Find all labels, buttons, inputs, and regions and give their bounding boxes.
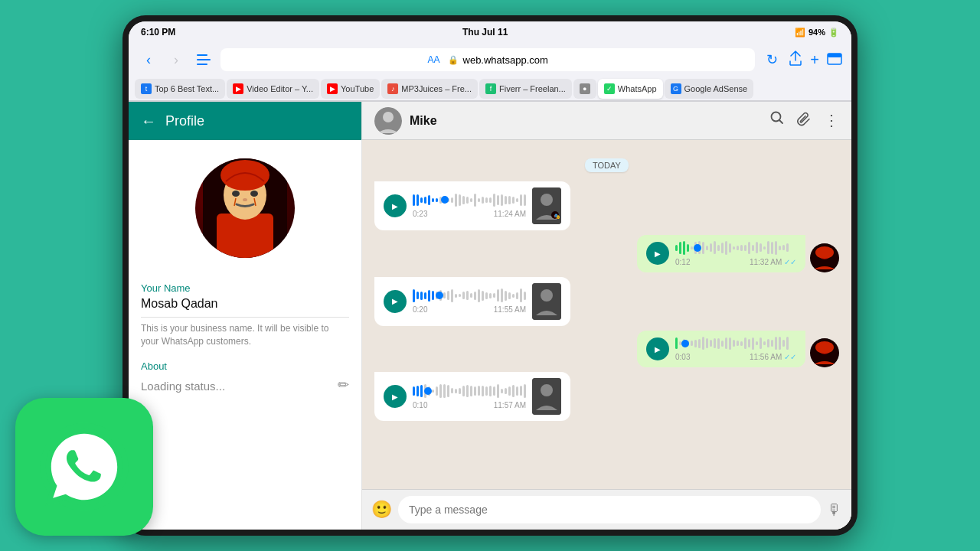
chat-input-area: 🙂 🎙 bbox=[362, 489, 851, 530]
waveform-1: 0:23 11:24 AM bbox=[413, 194, 526, 219]
tab-youtube[interactable]: ▶ YouTube bbox=[321, 79, 380, 99]
waveform-lines-5 bbox=[413, 384, 526, 398]
tab-top6[interactable]: t Top 6 Best Text... bbox=[135, 79, 225, 99]
tab-favicon-gray: ● bbox=[580, 83, 590, 94]
ipad-screen: 6:10 PM Thu Jul 11 📶 94% 🔋 ‹ › bbox=[129, 21, 851, 530]
tab-favicon-yt: ▶ bbox=[327, 83, 338, 94]
edit-about-button[interactable]: ✏ bbox=[338, 377, 349, 393]
profile-title-text: Profile bbox=[165, 113, 204, 129]
tab-favicon-top6: t bbox=[141, 83, 152, 94]
waveform-5: 0:10 11:57 AM bbox=[413, 384, 526, 409]
tab-adsense[interactable]: G Google AdSense bbox=[665, 79, 754, 99]
outgoing-avatar-2 bbox=[810, 243, 839, 272]
browser-chrome: ‹ › AA 🔒 web.whatsapp.com ↻ bbox=[129, 43, 851, 102]
tab-label-ve: Video Editor – Y... bbox=[247, 84, 313, 93]
browser-toolbar: ‹ › AA 🔒 web.whatsapp.com ↻ bbox=[129, 43, 851, 77]
battery-level: 94% bbox=[808, 28, 825, 37]
emoji-button[interactable]: 🙂 bbox=[371, 500, 392, 520]
tab-overview-button[interactable] bbox=[827, 51, 842, 69]
tab-favicon-mp3: ♪ bbox=[387, 83, 398, 94]
tab-fiverr[interactable]: f Fiverr – Freelan... bbox=[479, 79, 572, 99]
address-bar[interactable]: AA 🔒 web.whatsapp.com bbox=[220, 48, 755, 71]
reader-mode: AA bbox=[428, 54, 440, 65]
svg-point-18 bbox=[541, 194, 553, 206]
search-chat-button[interactable] bbox=[770, 111, 784, 130]
tab-mp3[interactable]: ♪ MP3Juices – Fre... bbox=[381, 79, 478, 99]
back-button[interactable]: ‹ bbox=[138, 49, 159, 70]
voice-thumbnail-3 bbox=[532, 283, 561, 320]
svg-rect-3 bbox=[197, 64, 207, 65]
main-content: ← Profile bbox=[129, 102, 851, 530]
svg-text:🎭: 🎭 bbox=[554, 213, 560, 220]
tab-videoeditor[interactable]: ▶ Video Editor – Y... bbox=[227, 79, 319, 99]
waveform-lines-3 bbox=[413, 289, 526, 302]
forward-button[interactable]: › bbox=[165, 49, 187, 70]
message-1: ▶ 0:23 11:24 AM bbox=[374, 181, 839, 230]
svg-rect-5 bbox=[828, 54, 841, 57]
svg-point-30 bbox=[541, 384, 553, 396]
tab-favicon-fv: f bbox=[485, 83, 496, 94]
waveform-lines-1 bbox=[413, 194, 526, 207]
battery-icon: 🔋 bbox=[828, 28, 839, 37]
play-button-2[interactable]: ▶ bbox=[646, 242, 669, 265]
waveform-lines-4 bbox=[675, 337, 796, 350]
outgoing-with-avatar-4: ▶ 0:03 11:56 AM ✓✓ bbox=[637, 331, 839, 368]
msg-wrapper-3: ▶ 0:20 11:55 AM bbox=[374, 277, 570, 326]
more-options-button[interactable]: ⋮ bbox=[824, 111, 839, 130]
message-5: ▶ 0:10 11:57 AM bbox=[374, 372, 839, 421]
svg-point-10 bbox=[220, 160, 270, 191]
play-button-5[interactable]: ▶ bbox=[384, 385, 407, 408]
profile-body: Your Name Mosab Qadan This is your busin… bbox=[129, 140, 361, 530]
message-3: ▶ 0:20 11:55 AM bbox=[374, 277, 839, 326]
svg-rect-7 bbox=[217, 214, 273, 258]
voice-thumbnail-5 bbox=[532, 378, 561, 415]
new-tab-button[interactable]: + bbox=[810, 51, 819, 69]
play-button-3[interactable]: ▶ bbox=[384, 290, 407, 313]
refresh-button[interactable]: ↻ bbox=[761, 49, 782, 70]
tab-gray[interactable]: ● bbox=[573, 79, 596, 99]
voice-thumbnail-1: 🎭 bbox=[532, 187, 561, 224]
svg-point-23 bbox=[815, 246, 834, 259]
msg-wrapper-5: ▶ 0:10 11:57 AM bbox=[374, 372, 570, 421]
tab-favicon-ads: G bbox=[671, 83, 681, 94]
waveform-3: 0:20 11:55 AM bbox=[413, 289, 526, 314]
date-divider: TODAY bbox=[374, 158, 839, 172]
play-button-1[interactable]: ▶ bbox=[384, 194, 407, 217]
msg-duration-1: 0:23 bbox=[413, 210, 427, 218]
status-date: Thu Jul 11 bbox=[462, 27, 508, 37]
attach-button[interactable] bbox=[796, 111, 812, 130]
msg-duration-3: 0:20 bbox=[413, 305, 427, 314]
avatar-inner bbox=[195, 158, 295, 258]
msg-wrapper-2: ▶ 0:12 11:32 AM ✓✓ bbox=[637, 235, 839, 272]
msg-meta-4: 0:03 11:56 AM ✓✓ bbox=[675, 353, 796, 361]
messages-area[interactable]: TODAY ▶ 0:23 11:24 AM bbox=[362, 140, 851, 489]
tab-label-ads: Google AdSense bbox=[684, 84, 748, 93]
share-button[interactable] bbox=[789, 51, 802, 70]
message-4: ▶ 0:03 11:56 AM ✓✓ bbox=[374, 331, 839, 368]
profile-back-button[interactable]: ← bbox=[141, 112, 156, 130]
url-text: web.whatsapp.com bbox=[463, 54, 548, 66]
avatar-section bbox=[141, 140, 349, 273]
about-label: About bbox=[141, 360, 167, 372]
play-button-4[interactable]: ▶ bbox=[646, 337, 669, 360]
svg-rect-1 bbox=[197, 54, 207, 56]
msg-time-5: 11:57 AM bbox=[494, 401, 526, 409]
svg-point-12 bbox=[250, 191, 258, 197]
svg-point-28 bbox=[815, 341, 834, 354]
bookmarks-button[interactable] bbox=[193, 49, 214, 70]
svg-point-25 bbox=[541, 289, 553, 302]
waveform-lines-2 bbox=[675, 241, 796, 255]
msg-duration-5: 0:10 bbox=[413, 401, 427, 409]
svg-point-15 bbox=[383, 112, 394, 122]
chat-actions: ⋮ bbox=[770, 111, 839, 130]
wifi-icon: 📶 bbox=[795, 28, 805, 37]
message-input[interactable] bbox=[398, 496, 821, 523]
profile-avatar[interactable] bbox=[195, 158, 295, 258]
contact-avatar bbox=[374, 107, 402, 135]
status-bar: 6:10 PM Thu Jul 11 📶 94% 🔋 bbox=[129, 21, 851, 43]
microphone-button[interactable]: 🎙 bbox=[827, 501, 842, 519]
svg-point-13 bbox=[243, 198, 247, 201]
tab-whatsapp[interactable]: ✓ WhatsApp bbox=[598, 79, 663, 99]
svg-rect-2 bbox=[197, 59, 211, 60]
status-right: 📶 94% 🔋 bbox=[795, 28, 839, 37]
